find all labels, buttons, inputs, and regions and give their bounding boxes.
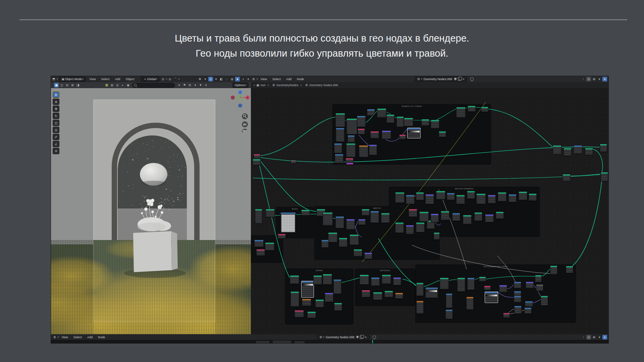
node[interactable] <box>395 192 405 203</box>
node[interactable] <box>396 116 404 127</box>
ball-icon-2[interactable]: ◎ <box>115 83 120 87</box>
node[interactable] <box>334 143 342 153</box>
tool-select-box[interactable]: ➤ <box>53 92 59 98</box>
node[interactable] <box>416 192 424 200</box>
node[interactable] <box>307 311 316 318</box>
bottom-editor-menubar[interactable]: ViewSelectAddNode <box>59 336 108 339</box>
select-mode-subtract-icon[interactable]: ⊟ <box>65 83 69 87</box>
falloff-icon[interactable]: ⌒ <box>173 77 178 81</box>
node[interactable] <box>421 119 429 126</box>
node[interactable] <box>524 307 532 314</box>
node[interactable] <box>395 293 403 299</box>
node[interactable] <box>498 192 506 201</box>
ball-icon-3[interactable]: ◐ <box>120 83 125 87</box>
unlink-icon[interactable]: × <box>462 77 465 81</box>
node[interactable] <box>294 310 304 317</box>
menu-add[interactable]: Add <box>85 336 95 339</box>
snap-icon[interactable]: Ω <box>586 77 591 81</box>
gizmo-dropdown[interactable]: ▾ <box>203 77 208 81</box>
node[interactable] <box>266 209 275 217</box>
node[interactable] <box>393 277 401 285</box>
node[interactable] <box>425 287 438 298</box>
menu-view[interactable]: View <box>59 336 71 339</box>
node[interactable] <box>367 109 375 116</box>
node[interactable] <box>529 193 537 201</box>
editor-type-icon[interactable]: ⬒ <box>51 77 56 81</box>
node[interactable] <box>358 219 366 225</box>
menu-object[interactable]: Object <box>123 77 137 81</box>
ball-icon-1[interactable]: ◍ <box>110 83 114 87</box>
node[interactable] <box>485 292 498 303</box>
node[interactable] <box>406 195 415 204</box>
node[interactable] <box>564 148 572 156</box>
filter-icon[interactable]: ▼ <box>198 83 203 87</box>
node[interactable] <box>436 191 445 199</box>
node[interactable] <box>290 160 296 164</box>
menu-select[interactable]: Select <box>270 77 283 81</box>
node[interactable] <box>600 144 607 152</box>
node[interactable] <box>335 113 345 127</box>
node[interactable] <box>468 106 476 112</box>
node[interactable] <box>457 278 465 292</box>
node-editor-right-icons[interactable]: ↑Ω⊞▾● <box>581 77 607 81</box>
node[interactable] <box>335 154 343 163</box>
menu-view[interactable]: View <box>87 77 98 81</box>
unlink-icon[interactable]: × <box>364 336 367 339</box>
node[interactable] <box>253 159 261 165</box>
proportional-icon[interactable]: ◎ <box>168 77 172 81</box>
material-ball-icon[interactable] <box>104 83 109 87</box>
node[interactable] <box>431 214 439 222</box>
node[interactable] <box>346 143 356 157</box>
node[interactable] <box>409 209 417 217</box>
new-copy-icon[interactable] <box>360 336 363 339</box>
node[interactable] <box>416 283 424 296</box>
tool-scale[interactable]: ◰ <box>53 120 59 126</box>
node[interactable] <box>562 174 571 181</box>
node[interactable] <box>381 213 390 223</box>
node[interactable] <box>255 209 262 224</box>
overlays-dropdown[interactable]: ▾ <box>597 335 602 340</box>
node[interactable] <box>346 118 357 134</box>
node[interactable] <box>445 309 453 319</box>
editor-sphere-icon[interactable]: ● <box>602 335 607 340</box>
breadcrumb-object[interactable]: пол <box>261 83 266 87</box>
shading-wireframe-icon[interactable]: ◌ <box>224 77 229 81</box>
menu-add[interactable]: Add <box>283 77 294 81</box>
pin-icon[interactable] <box>372 335 377 339</box>
node[interactable] <box>447 193 455 200</box>
node[interactable] <box>404 118 413 126</box>
node[interactable] <box>254 240 264 247</box>
overlays-dropdown[interactable]: ▾ <box>214 77 218 81</box>
node[interactable] <box>280 212 296 233</box>
node[interactable] <box>346 219 355 230</box>
node[interactable] <box>325 293 333 302</box>
select-mode-icons[interactable]: ▣◫⊟⊞◨ <box>54 83 80 87</box>
editor-sphere-icon[interactable]: ● <box>602 77 607 81</box>
shading-rendered-icon[interactable]: ◑ <box>240 77 245 81</box>
node[interactable] <box>525 301 533 307</box>
tool-rotate[interactable]: ↻ <box>53 113 59 119</box>
node[interactable] <box>265 242 274 250</box>
node[interactable] <box>334 303 342 311</box>
snap-target-dropdown[interactable]: ▾ <box>177 83 181 87</box>
tool-annotate[interactable]: ✐ <box>53 134 59 140</box>
xray-icon[interactable]: ◧ <box>219 77 224 81</box>
node-editor-menubar[interactable]: ViewSelectAddNode <box>258 77 307 81</box>
node-graph-canvas[interactable]: РАЗДАЧА НА СТЕБЛЕФормаЦВЕТОКМЯГКАЯ ПРОВЕ… <box>251 88 608 334</box>
menu-select[interactable]: Select <box>98 77 112 81</box>
parent-tree-icon[interactable]: ↑ <box>581 335 586 340</box>
node[interactable] <box>407 128 421 138</box>
collections-dropdown[interactable]: ▾ <box>193 83 198 87</box>
node[interactable] <box>425 194 434 204</box>
gizmo-icon[interactable]: ✥ <box>198 77 202 81</box>
node[interactable] <box>290 275 299 284</box>
node[interactable] <box>254 154 260 159</box>
node[interactable] <box>484 286 491 290</box>
node[interactable] <box>476 193 486 204</box>
overlays-dropdown[interactable]: ▾ <box>597 77 602 81</box>
node[interactable] <box>313 275 322 285</box>
node[interactable] <box>354 249 362 256</box>
overlays-icon[interactable]: ◎ <box>208 77 213 81</box>
node[interactable] <box>416 301 424 314</box>
breadcrumb-modifier[interactable]: GeometryNodes <box>276 83 299 87</box>
